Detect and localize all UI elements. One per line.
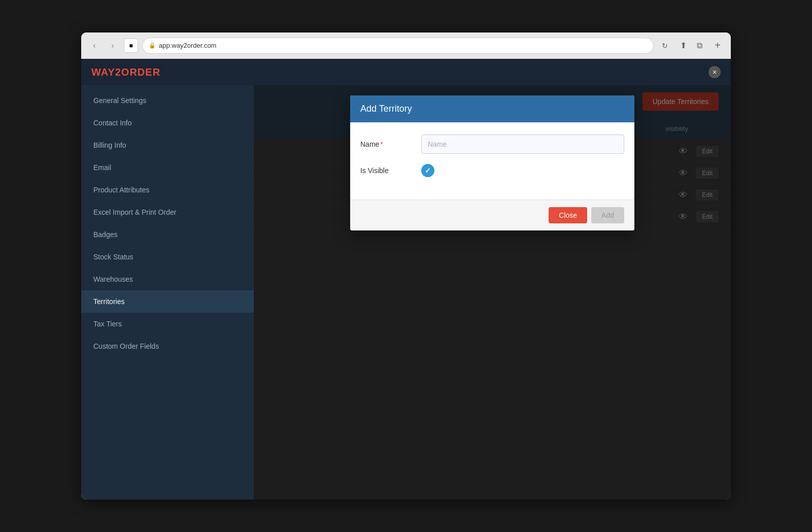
sidebar-item-billing-info[interactable]: Billing Info [81, 134, 254, 156]
new-tab-button[interactable]: + [710, 39, 725, 53]
sidebar-item-contact-info[interactable]: Contact Info [81, 112, 254, 134]
name-input[interactable] [421, 135, 624, 154]
logo-2: 2 [115, 66, 121, 78]
sidebar-item-product-attributes[interactable]: Product Attributes [81, 179, 254, 201]
reload-button[interactable]: ↻ [658, 39, 672, 53]
logo-way: WAY [91, 66, 115, 78]
app-header: WAY2ORDER × [81, 59, 731, 85]
app-close-button[interactable]: × [708, 66, 721, 78]
back-button[interactable]: ‹ [87, 39, 101, 53]
app-logo: WAY2ORDER [91, 66, 160, 78]
sidebar-item-general-settings[interactable]: General Settings [81, 89, 254, 112]
required-star: * [380, 140, 383, 148]
modal-title: Add Territory [360, 104, 412, 114]
modal-footer: Close Add [350, 200, 634, 230]
checkbox-wrapper [421, 164, 434, 177]
browser-actions: ⬆ ⧉ [676, 39, 706, 53]
modal-overlay: Add Territory Name* [254, 85, 731, 500]
sidebar-item-excel-import[interactable]: Excel Import & Print Order [81, 201, 254, 223]
browser-window: ‹ › ■ 🔒 app.way2order.com ↻ ⬆ ⧉ + WAY2OR… [81, 32, 731, 500]
browser-toolbar: ‹ › ■ 🔒 app.way2order.com ↻ ⬆ ⧉ + [81, 32, 731, 59]
sidebar-item-territories[interactable]: Territories [81, 290, 254, 313]
share-button[interactable]: ⬆ [676, 39, 690, 53]
is-visible-form-row: Is Visible [360, 164, 624, 177]
sidebar-item-warehouses[interactable]: Warehouses [81, 268, 254, 290]
address-bar: 🔒 app.way2order.com [142, 38, 654, 54]
sidebar: General Settings Contact Info Billing In… [81, 85, 254, 500]
tab-overview-button[interactable]: ■ [124, 39, 138, 53]
modal-header: Add Territory [350, 95, 634, 122]
main-layout: General Settings Contact Info Billing In… [81, 85, 731, 500]
is-visible-checkbox[interactable] [421, 164, 434, 177]
add-button[interactable]: Add [591, 207, 624, 223]
modal-body: Name* Is Visible [350, 122, 634, 200]
sidebar-item-email[interactable]: Email [81, 156, 254, 179]
logo-order: ORDER [121, 66, 160, 78]
is-visible-label: Is Visible [360, 167, 421, 175]
sidebar-item-custom-order-fields[interactable]: Custom Order Fields [81, 335, 254, 357]
url-text: app.way2order.com [159, 42, 216, 49]
app-content: WAY2ORDER × General Settings Contact Inf… [81, 59, 731, 500]
sidebar-item-stock-status[interactable]: Stock Status [81, 246, 254, 268]
tab-icon: ■ [129, 42, 132, 49]
sidebar-item-badges[interactable]: Badges [81, 223, 254, 246]
name-label: Name* [360, 140, 421, 148]
sidebar-item-tax-tiers[interactable]: Tax Tiers [81, 313, 254, 335]
lock-icon: 🔒 [149, 42, 156, 49]
right-content: Update Territories visibility 👁 Edit 👁 E… [254, 85, 731, 500]
close-button[interactable]: Close [549, 207, 587, 223]
name-form-row: Name* [360, 135, 624, 154]
forward-button[interactable]: › [106, 39, 120, 53]
add-territory-modal: Add Territory Name* [350, 95, 634, 230]
copy-button[interactable]: ⧉ [692, 39, 706, 53]
